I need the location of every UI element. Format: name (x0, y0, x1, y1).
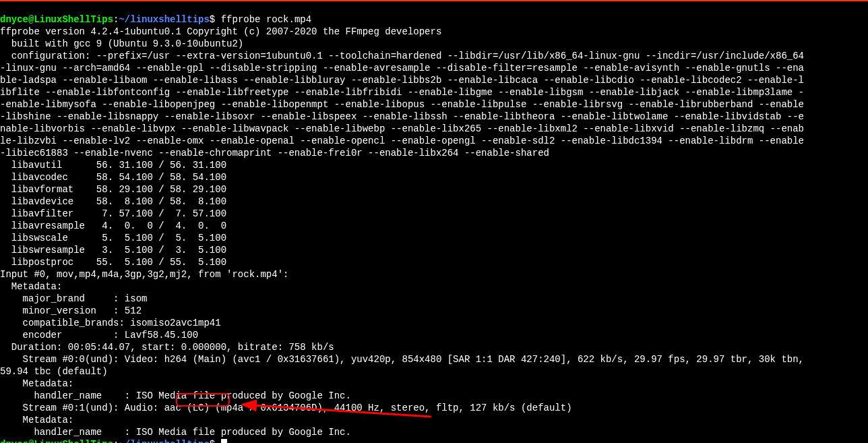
output-line: libavdevice 58. 8.100 / 58. 8.100 (0, 196, 226, 207)
output-line: Input #0, mov,mp4,m4a,3gp,3g2,mj2, from … (0, 269, 288, 280)
output-line: handler_name : ISO Media file produced b… (0, 390, 351, 401)
output-line: Metadata: (0, 415, 73, 425)
terminal-window[interactable]: dnyce@LinuxShellTips:~/linuxshelltips$ f… (0, 0, 868, 443)
output-line: built with gcc 9 (Ubuntu 9.3.0-10ubuntu2… (0, 38, 243, 49)
terminal-cursor[interactable] (221, 439, 227, 443)
output-line: -libiec61883 --enable-nvenc --enable-chr… (0, 148, 549, 158)
output-line: -enable-libmysofa --enable-libopenjpeg -… (0, 99, 804, 110)
prompt-dollar: $ (210, 14, 221, 25)
output-line: libpostproc 55. 5.100 / 55. 5.100 (0, 257, 226, 268)
output-line: libswscale 5. 5.100 / 5. 5.100 (0, 233, 226, 243)
output-line: libavfilter 7. 57.100 / 7. 57.100 (0, 208, 226, 219)
output-line: ble-ladspa --enable-libaom --enable-liba… (0, 75, 804, 86)
output-line: libavutil 56. 31.100 / 56. 31.100 (0, 160, 226, 171)
output-line: minor_version : 512 (0, 305, 142, 316)
output-line: Stream #0:0(und): Video: h264 (Main) (av… (0, 354, 809, 365)
prompt-path: ~/linuxshelltips (119, 14, 209, 25)
output-line: Metadata: (0, 378, 73, 389)
output-line: encoder : Lavf58.45.100 (0, 330, 198, 341)
output-line: compatible_brands: isomiso2avc1mp41 (0, 318, 221, 328)
prompt-user: dnyce@LinuxShellTips (0, 14, 113, 25)
output-line: Duration: 00:05:44.07, start: 0.000000, … (0, 342, 334, 353)
output-line: nable-libvorbis --enable-libvpx --enable… (0, 123, 804, 134)
output-line: ffprobe version 4.2.4-1ubuntu0.1 Copyrig… (0, 26, 441, 37)
output-line: -libshine --enable-libsnappy --enable-li… (0, 111, 804, 122)
output-line: ibflite --enable-libfontconfig --enable-… (0, 87, 804, 98)
output-line: configuration: --prefix=/usr --extra-ver… (0, 51, 804, 61)
output-line: major_brand : isom (0, 293, 147, 304)
output-line: Stream #0:1(und): Audio: aac (LC) (mp4a … (0, 403, 572, 413)
command-input: ffprobe rock.mp4 (221, 14, 311, 25)
output-line: -linux-gnu --arch=amd64 --enable-gpl --d… (0, 63, 804, 73)
output-line: libavcodec 58. 54.100 / 58. 54.100 (0, 172, 226, 183)
output-line: le-libzvbi --enable-lv2 --enable-omx --e… (0, 136, 804, 146)
output-line: libavformat 58. 29.100 / 58. 29.100 (0, 184, 226, 195)
prompt-user: dnyce@LinuxShellTips (0, 439, 113, 443)
output-line: Metadata: (0, 281, 62, 292)
prompt-path: ~/linuxshelltips (119, 439, 209, 443)
output-line: libavresample 4. 0. 0 / 4. 0. 0 (0, 220, 226, 231)
output-line: handler_name : ISO Media file produced b… (0, 427, 351, 438)
output-line: 59.94 tbc (default) (0, 366, 108, 377)
prompt-dollar: $ (210, 439, 221, 443)
output-line: libswresample 3. 5.100 / 3. 5.100 (0, 245, 226, 256)
